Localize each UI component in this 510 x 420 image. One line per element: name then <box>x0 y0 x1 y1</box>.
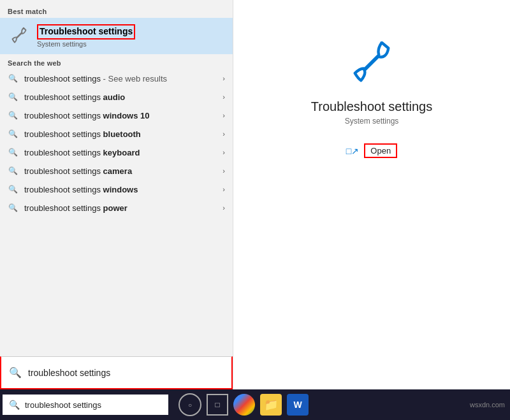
chevron-right-icon: › <box>222 75 225 82</box>
suggestion-item[interactable]: 🔍troubleshoot settings power› <box>0 199 233 217</box>
taskbar-search-text: troubleshoot settings <box>25 400 101 410</box>
search-input[interactable] <box>28 368 224 378</box>
search-icon: 🔍 <box>8 129 18 138</box>
suggestion-text: troubleshoot settings camera <box>24 166 132 176</box>
open-external-icon: □↗ <box>346 146 359 156</box>
suggestion-text: troubleshoot settings - See web results <box>24 74 167 83</box>
taskbar-search-icon: 🔍 <box>9 400 20 410</box>
taskbar-word-icon[interactable]: W <box>287 394 309 416</box>
chevron-right-icon: › <box>222 112 225 119</box>
chevron-right-icon: › <box>222 148 225 156</box>
app-icon-large <box>346 38 397 89</box>
taskbar-search[interactable]: 🔍 troubleshoot settings <box>3 395 168 415</box>
suggestion-item[interactable]: 🔍troubleshoot settings windows 10› <box>0 106 233 125</box>
search-icon: 🔍 <box>8 185 18 194</box>
suggestion-text: troubleshoot settings bluetooth <box>24 129 141 139</box>
taskbar-folder-icon[interactable]: 📁 <box>260 394 282 416</box>
best-match-label: Best match <box>0 5 233 18</box>
search-icon: 🔍 <box>8 92 18 101</box>
suggestion-item[interactable]: 🔍troubleshoot settings bluetooth› <box>0 125 233 143</box>
taskbar-chrome-icon[interactable] <box>233 394 255 416</box>
main-area: Best match Troubleshoot settings System … <box>0 0 510 389</box>
chevron-right-icon: › <box>222 93 225 101</box>
chevron-right-icon: › <box>222 167 225 175</box>
chevron-right-icon: › <box>222 130 225 138</box>
app-subtitle: System settings <box>345 117 399 126</box>
search-bar-icon: 🔍 <box>9 366 22 379</box>
best-match-subtitle: System settings <box>37 40 135 48</box>
best-match-section: Best match Troubleshoot settings System … <box>0 0 233 54</box>
suggestion-item[interactable]: 🔍troubleshoot settings windows› <box>0 180 233 199</box>
suggestion-text: troubleshoot settings audio <box>24 92 125 102</box>
suggestion-text: troubleshoot settings windows <box>24 185 138 194</box>
open-button[interactable]: Open <box>364 143 397 158</box>
best-match-item[interactable]: Troubleshoot settings System settings <box>0 18 233 54</box>
suggestion-text: troubleshoot settings power <box>24 203 127 213</box>
taskbar-circle-button[interactable]: ○ <box>178 393 201 416</box>
left-panel: Best match Troubleshoot settings System … <box>0 0 233 389</box>
watermark: wsxdn.com <box>470 401 505 409</box>
suggestion-item[interactable]: 🔍troubleshoot settings camera› <box>0 162 233 180</box>
suggestion-text: troubleshoot settings windows 10 <box>24 111 150 120</box>
open-button-container: □↗ Open <box>346 143 397 158</box>
chevron-right-icon: › <box>222 204 225 212</box>
search-bar[interactable]: 🔍 <box>0 356 233 389</box>
taskbar-icons: ○ □ 📁 W <box>178 393 309 416</box>
suggestion-item[interactable]: 🔍troubleshoot settings - See web results… <box>0 69 233 88</box>
chevron-right-icon: › <box>222 185 225 193</box>
search-icon: 🔍 <box>8 166 18 175</box>
search-web-label: Search the web <box>0 54 233 69</box>
suggestion-text: troubleshoot settings keyboard <box>24 148 140 157</box>
app-title: Troubleshoot settings <box>311 99 432 114</box>
suggestion-item[interactable]: 🔍troubleshoot settings keyboard› <box>0 143 233 162</box>
wrench-icon <box>8 24 31 47</box>
suggestion-list: 🔍troubleshoot settings - See web results… <box>0 69 233 356</box>
taskbar-square-button[interactable]: □ <box>207 394 228 416</box>
suggestion-item[interactable]: 🔍troubleshoot settings audio› <box>0 88 233 106</box>
search-icon: 🔍 <box>8 111 18 120</box>
best-match-text: Troubleshoot settings System settings <box>37 24 135 48</box>
search-icon: 🔍 <box>8 203 18 212</box>
search-icon: 🔍 <box>8 74 18 83</box>
taskbar: 🔍 troubleshoot settings ○ □ 📁 W wsxdn.co… <box>0 389 510 420</box>
right-panel: Troubleshoot settings System settings □↗… <box>233 0 510 389</box>
search-icon: 🔍 <box>8 148 18 157</box>
best-match-title: Troubleshoot settings <box>37 24 135 40</box>
